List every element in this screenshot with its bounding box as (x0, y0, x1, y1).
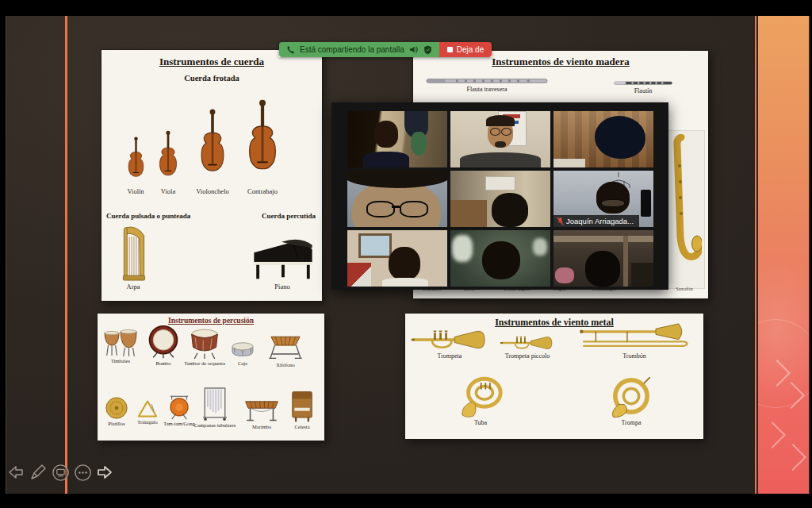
instrument-label: Violonchelo (196, 188, 229, 195)
band-accent-line (755, 16, 756, 494)
pen-tool-button[interactable] (29, 464, 48, 483)
person-shoulders (382, 278, 428, 287)
picture-frame (358, 233, 392, 258)
harp-image (120, 226, 147, 282)
piccolo-image (607, 79, 679, 87)
speaker-icon[interactable] (409, 45, 419, 54)
person-silhouette (374, 121, 398, 148)
piano-figure: Piano (246, 239, 319, 291)
instrument-label: Trompeta (438, 353, 462, 360)
glasses (501, 128, 511, 136)
piano-image (247, 239, 317, 282)
instrument-label: Arpa (127, 283, 140, 291)
instrument-label: Flauta travesera (467, 87, 508, 93)
glasses (366, 201, 395, 217)
cello-image (199, 107, 226, 187)
video-grid-panel: Joaquín Arriagada... (331, 102, 668, 290)
french-horn-figure: Trompa (607, 374, 656, 426)
green-bag (411, 132, 427, 156)
participant-video-tile-4[interactable] (347, 171, 447, 227)
sky-patch (452, 235, 473, 262)
tubular-bells-image (199, 383, 231, 421)
participant-name-tag: Joaquín Arriagada... (553, 215, 639, 227)
instrument-label: Trompeta piccolo (505, 353, 550, 360)
trombone-figure: Trombón (574, 323, 695, 360)
more-options-icon (74, 464, 92, 482)
stop-square-icon (447, 47, 453, 52)
tuba-figure: Tuba (447, 374, 514, 426)
triangle-figure: Triángulo (132, 399, 163, 425)
participant-video-tile-1[interactable] (347, 111, 447, 167)
section-cuerda-percutida: Cuerda percutida (262, 212, 316, 220)
participant-video-tile-6-active[interactable]: Joaquín Arriagada... (553, 171, 653, 227)
participant-video-tile-5[interactable] (450, 171, 550, 227)
person-silhouette (482, 241, 520, 279)
instrument-label: Piano (274, 283, 289, 291)
instrument-label: Trombón (622, 353, 646, 360)
celesta-figure: Celesta (286, 390, 318, 430)
snare-figure: Caja (227, 341, 259, 367)
snare-image (230, 341, 255, 360)
person-shoulders (363, 152, 409, 167)
instrument-label: Saxofón (676, 286, 693, 291)
participant-video-tile-8[interactable] (450, 230, 550, 287)
orchestra-drum-figure: Tambor de orquesta (182, 326, 228, 367)
person-silhouette (492, 193, 528, 227)
slide-overview-icon (52, 464, 70, 482)
flute-image (420, 76, 553, 85)
triangle-image (137, 399, 158, 418)
cymbals-image (105, 396, 128, 420)
bass-drum-figure: Bombo (145, 325, 182, 367)
slide-accent-line (65, 16, 67, 494)
muted-mic-icon (557, 217, 564, 225)
stop-sharing-label: Deja de (457, 45, 484, 54)
slide-metal: Instrumentos de viento metal Trompeta Tr… (405, 314, 703, 439)
instrument-label: Timbales (111, 359, 130, 364)
glasses (490, 128, 500, 136)
glasses (601, 199, 625, 207)
xylophone-image (266, 331, 304, 361)
slide-percusion-title: Instrumentos de percusión (98, 314, 324, 325)
instrument-label: Bombo (155, 361, 170, 367)
next-slide-button[interactable] (95, 464, 114, 483)
trombone-image (574, 323, 695, 352)
flute-figure: Flauta travesera (419, 76, 554, 93)
share-status-pill[interactable]: Está compartiendo la pantalla (279, 42, 439, 57)
gong-figure: Tam-tam/Gong (160, 393, 198, 427)
participant-video-tile-2[interactable] (450, 111, 550, 167)
person-hair (595, 116, 645, 159)
double-bass-figure: Contrabajo (240, 98, 285, 195)
participant-video-tile-9[interactable] (553, 230, 653, 287)
more-options-button[interactable] (73, 464, 92, 483)
storage-box (485, 176, 515, 190)
shield-icon[interactable] (423, 45, 432, 55)
instrument-label: Contrabajo (247, 188, 278, 195)
participant-video-tile-3[interactable] (553, 111, 653, 167)
person-silhouette (585, 251, 620, 287)
share-status-text: Está compartiendo la pantalla (300, 45, 404, 54)
marimba-figure: Marimba (239, 396, 284, 430)
slide-overview-button[interactable] (51, 464, 70, 483)
viola-figure: Viola (152, 129, 184, 195)
previous-slide-button[interactable] (6, 464, 25, 483)
timpani-image (104, 328, 137, 357)
harp-figure: Arpa (117, 226, 150, 291)
shelf (631, 263, 653, 287)
instrument-label: Trompa (621, 420, 641, 426)
participant-name: Joaquín Arriagada... (566, 217, 634, 225)
arrow-left-icon (7, 464, 25, 481)
instrument-label: Flautín (634, 88, 653, 94)
cello-figure: Violonchelo (189, 107, 236, 195)
instrument-label: Tuba (474, 420, 487, 426)
instrument-label: Marimba (252, 425, 271, 430)
tubular-bells-figure: Campanas tubulares (193, 383, 236, 429)
glasses (400, 201, 428, 217)
participant-video-tile-7[interactable] (347, 230, 447, 287)
stop-sharing-button[interactable]: Deja de (439, 42, 492, 57)
piccolo-figure: Flautín (607, 79, 680, 94)
viola-image (158, 129, 178, 187)
section-cuerda-frotada: Cuerda frotada (102, 74, 322, 83)
beard (495, 141, 506, 148)
person-silhouette (596, 182, 630, 214)
phone-handset-icon (286, 45, 295, 54)
